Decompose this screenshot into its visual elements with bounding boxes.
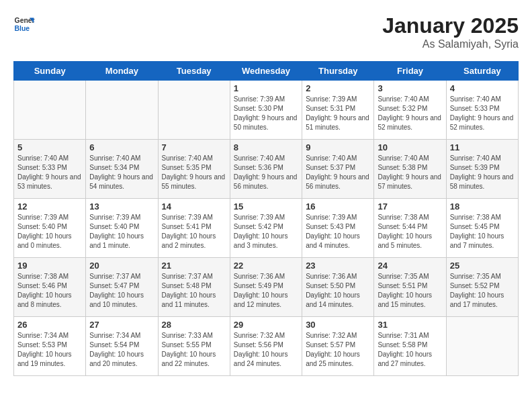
day-info: Sunrise: 7:40 AMSunset: 5:38 PMDaylight:… <box>378 154 442 191</box>
day-number: 26 <box>17 320 82 330</box>
day-number: 11 <box>450 142 515 152</box>
day-info: Sunrise: 7:40 AMSunset: 5:37 PMDaylight:… <box>306 154 370 191</box>
day-number: 17 <box>378 201 442 212</box>
day-cell: 28Sunrise: 7:33 AMSunset: 5:55 PMDayligh… <box>158 317 230 376</box>
day-cell: 10Sunrise: 7:40 AMSunset: 5:38 PMDayligh… <box>374 140 446 199</box>
day-cell: 11Sunrise: 7:40 AMSunset: 5:39 PMDayligh… <box>446 140 518 199</box>
day-cell: 5Sunrise: 7:40 AMSunset: 5:33 PMDaylight… <box>14 140 86 199</box>
day-info: Sunrise: 7:39 AMSunset: 5:40 PMDaylight:… <box>89 213 154 250</box>
logo: General Blue <box>13 13 35 35</box>
day-cell: 13Sunrise: 7:39 AMSunset: 5:40 PMDayligh… <box>86 199 158 258</box>
day-info: Sunrise: 7:34 AMSunset: 5:53 PMDaylight:… <box>17 331 82 369</box>
day-number: 14 <box>162 201 226 212</box>
day-number: 13 <box>89 201 154 212</box>
header-thursday: Thursday <box>302 62 374 81</box>
week-row-1: 1Sunrise: 7:39 AMSunset: 5:30 PMDaylight… <box>14 81 519 140</box>
day-cell: 26Sunrise: 7:34 AMSunset: 5:53 PMDayligh… <box>14 317 86 376</box>
day-cell <box>158 81 230 140</box>
day-cell: 15Sunrise: 7:39 AMSunset: 5:42 PMDayligh… <box>230 199 302 258</box>
day-info: Sunrise: 7:35 AMSunset: 5:51 PMDaylight:… <box>378 272 442 310</box>
day-info: Sunrise: 7:38 AMSunset: 5:44 PMDaylight:… <box>378 213 442 250</box>
header-row: Sunday Monday Tuesday Wednesday Thursday… <box>14 62 519 81</box>
day-cell: 14Sunrise: 7:39 AMSunset: 5:41 PMDayligh… <box>158 199 230 258</box>
page-header: General Blue January 2025 As Salamiyah, … <box>13 13 519 50</box>
day-cell: 25Sunrise: 7:35 AMSunset: 5:52 PMDayligh… <box>446 258 518 317</box>
day-cell: 21Sunrise: 7:37 AMSunset: 5:48 PMDayligh… <box>158 258 230 317</box>
day-info: Sunrise: 7:39 AMSunset: 5:43 PMDaylight:… <box>306 213 370 250</box>
day-cell: 30Sunrise: 7:32 AMSunset: 5:57 PMDayligh… <box>302 317 374 376</box>
day-number: 10 <box>378 142 442 152</box>
day-cell: 7Sunrise: 7:40 AMSunset: 5:35 PMDaylight… <box>158 140 230 199</box>
day-info: Sunrise: 7:39 AMSunset: 5:40 PMDaylight:… <box>17 213 82 250</box>
title-section: January 2025 As Salamiyah, Syria <box>382 13 519 50</box>
day-number: 22 <box>234 261 298 271</box>
day-info: Sunrise: 7:40 AMSunset: 5:32 PMDaylight:… <box>378 95 442 132</box>
day-info: Sunrise: 7:36 AMSunset: 5:49 PMDaylight:… <box>234 272 298 310</box>
header-monday: Monday <box>86 62 158 81</box>
day-cell <box>86 81 158 140</box>
header-tuesday: Tuesday <box>158 62 230 81</box>
day-cell: 22Sunrise: 7:36 AMSunset: 5:49 PMDayligh… <box>230 258 302 317</box>
day-number: 23 <box>306 261 370 271</box>
day-number: 25 <box>450 261 515 271</box>
day-number: 8 <box>234 142 298 152</box>
calendar-table: Sunday Monday Tuesday Wednesday Thursday… <box>13 61 519 376</box>
day-info: Sunrise: 7:39 AMSunset: 5:41 PMDaylight:… <box>162 213 226 250</box>
day-number: 4 <box>450 83 515 93</box>
day-number: 24 <box>378 261 442 271</box>
day-number: 9 <box>306 142 370 152</box>
day-info: Sunrise: 7:31 AMSunset: 5:58 PMDaylight:… <box>378 331 442 369</box>
day-cell: 27Sunrise: 7:34 AMSunset: 5:54 PMDayligh… <box>86 317 158 376</box>
day-number: 31 <box>378 320 442 330</box>
day-number: 18 <box>450 201 515 212</box>
day-cell: 6Sunrise: 7:40 AMSunset: 5:34 PMDaylight… <box>86 140 158 199</box>
day-number: 29 <box>234 320 298 330</box>
day-info: Sunrise: 7:37 AMSunset: 5:48 PMDaylight:… <box>162 272 226 310</box>
day-info: Sunrise: 7:40 AMSunset: 5:34 PMDaylight:… <box>89 154 154 191</box>
header-saturday: Saturday <box>446 62 518 81</box>
day-info: Sunrise: 7:39 AMSunset: 5:42 PMDaylight:… <box>234 213 298 250</box>
day-info: Sunrise: 7:40 AMSunset: 5:39 PMDaylight:… <box>450 154 515 191</box>
day-cell <box>14 81 86 140</box>
day-cell: 2Sunrise: 7:39 AMSunset: 5:31 PMDaylight… <box>302 81 374 140</box>
day-cell <box>446 317 518 376</box>
day-cell: 23Sunrise: 7:36 AMSunset: 5:50 PMDayligh… <box>302 258 374 317</box>
week-row-2: 5Sunrise: 7:40 AMSunset: 5:33 PMDaylight… <box>14 140 519 199</box>
day-info: Sunrise: 7:39 AMSunset: 5:30 PMDaylight:… <box>234 95 298 132</box>
day-number: 3 <box>378 83 442 93</box>
day-info: Sunrise: 7:38 AMSunset: 5:46 PMDaylight:… <box>17 272 82 310</box>
day-info: Sunrise: 7:40 AMSunset: 5:36 PMDaylight:… <box>234 154 298 191</box>
logo-icon: General Blue <box>13 13 35 35</box>
day-info: Sunrise: 7:32 AMSunset: 5:56 PMDaylight:… <box>234 331 298 369</box>
day-cell: 19Sunrise: 7:38 AMSunset: 5:46 PMDayligh… <box>14 258 86 317</box>
header-wednesday: Wednesday <box>230 62 302 81</box>
day-cell: 29Sunrise: 7:32 AMSunset: 5:56 PMDayligh… <box>230 317 302 376</box>
day-number: 5 <box>17 142 82 152</box>
header-sunday: Sunday <box>14 62 86 81</box>
day-number: 15 <box>234 201 298 212</box>
day-info: Sunrise: 7:37 AMSunset: 5:47 PMDaylight:… <box>89 272 154 310</box>
day-cell: 17Sunrise: 7:38 AMSunset: 5:44 PMDayligh… <box>374 199 446 258</box>
day-number: 30 <box>306 320 370 330</box>
day-cell: 31Sunrise: 7:31 AMSunset: 5:58 PMDayligh… <box>374 317 446 376</box>
day-number: 6 <box>89 142 154 152</box>
day-number: 16 <box>306 201 370 212</box>
day-info: Sunrise: 7:40 AMSunset: 5:33 PMDaylight:… <box>17 154 82 191</box>
location-subtitle: As Salamiyah, Syria <box>382 38 519 50</box>
day-number: 28 <box>162 320 226 330</box>
week-row-3: 12Sunrise: 7:39 AMSunset: 5:40 PMDayligh… <box>14 199 519 258</box>
day-cell: 12Sunrise: 7:39 AMSunset: 5:40 PMDayligh… <box>14 199 86 258</box>
week-row-4: 19Sunrise: 7:38 AMSunset: 5:46 PMDayligh… <box>14 258 519 317</box>
day-cell: 9Sunrise: 7:40 AMSunset: 5:37 PMDaylight… <box>302 140 374 199</box>
svg-text:Blue: Blue <box>15 25 30 32</box>
day-info: Sunrise: 7:35 AMSunset: 5:52 PMDaylight:… <box>450 272 515 310</box>
day-number: 20 <box>89 261 154 271</box>
day-info: Sunrise: 7:40 AMSunset: 5:35 PMDaylight:… <box>162 154 226 191</box>
day-cell: 16Sunrise: 7:39 AMSunset: 5:43 PMDayligh… <box>302 199 374 258</box>
day-cell: 1Sunrise: 7:39 AMSunset: 5:30 PMDaylight… <box>230 81 302 140</box>
day-number: 27 <box>89 320 154 330</box>
day-cell: 24Sunrise: 7:35 AMSunset: 5:51 PMDayligh… <box>374 258 446 317</box>
day-number: 12 <box>17 201 82 212</box>
day-info: Sunrise: 7:40 AMSunset: 5:33 PMDaylight:… <box>450 95 515 132</box>
day-info: Sunrise: 7:36 AMSunset: 5:50 PMDaylight:… <box>306 272 370 310</box>
